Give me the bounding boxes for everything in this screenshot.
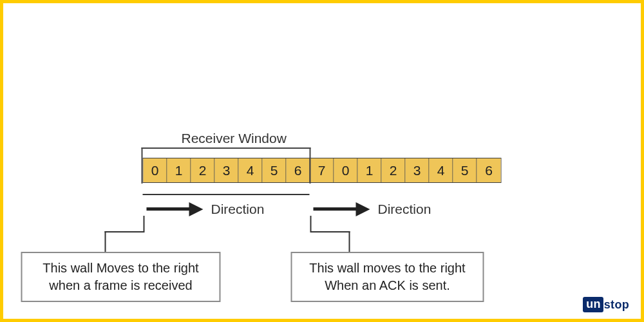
direction-label-right: Direction [378, 202, 431, 217]
caption-right: This wall moves to the right When an ACK… [291, 252, 484, 302]
sequence-cell: 4 [430, 158, 453, 182]
sequence-cell: 3 [406, 158, 430, 182]
caption-left: This wall Moves to the right when a fram… [21, 252, 221, 302]
logo-suffix: stop [604, 298, 629, 312]
arrow-right-icon [147, 203, 205, 216]
arrow-right-icon [314, 203, 372, 216]
sequence-cell: 5 [453, 158, 477, 182]
window-underline [143, 194, 310, 195]
direction-row-left: Direction [147, 202, 265, 217]
sequence-cell: 0 [334, 158, 358, 182]
connector-line [310, 231, 350, 232]
connector-line [349, 231, 350, 253]
connector-line [105, 231, 145, 232]
logo-prefix: un [583, 297, 603, 312]
unstop-logo: unstop [583, 297, 629, 312]
receiver-window-bracket [142, 147, 311, 184]
direction-label-left: Direction [211, 202, 265, 217]
diagram-frame: Receiver Window 012345670123456 Directio… [0, 0, 644, 322]
sequence-cell: 1 [358, 158, 382, 182]
direction-row-right: Direction [314, 202, 431, 217]
connector-line [144, 216, 145, 231]
connector-line [310, 216, 312, 231]
sequence-cell: 2 [382, 158, 406, 182]
diagram-stage: Receiver Window 012345670123456 Directio… [143, 131, 502, 183]
window-title: Receiver Window [182, 131, 502, 146]
connector-line [105, 231, 106, 253]
sequence-cell: 6 [477, 158, 501, 182]
sequence-cell: 7 [310, 158, 334, 182]
